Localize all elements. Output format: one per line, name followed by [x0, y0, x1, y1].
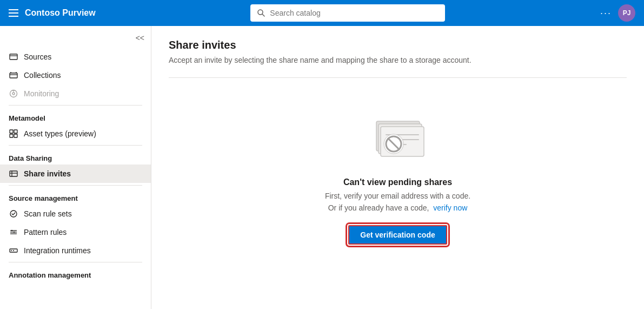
app-body: << Sources Collections Monitoring Metamo… [0, 26, 644, 309]
sidebar-item-scan-rule-sets[interactable]: Scan rule sets [0, 205, 151, 223]
main-content: Share invites Accept an invite by select… [151, 26, 644, 309]
sidebar-label-share-invites: Share invites [24, 169, 71, 178]
svg-point-18 [10, 211, 17, 217]
sidebar-label-collections: Collections [24, 71, 61, 80]
empty-link-text: Or if you already have a code, [328, 203, 429, 212]
sidebar-label-integration-runtimes: Integration runtimes [24, 246, 91, 255]
sidebar-item-collections[interactable]: Collections [0, 66, 151, 84]
more-options[interactable]: ··· [600, 8, 612, 19]
asset-types-icon [9, 129, 18, 139]
svg-rect-15 [10, 171, 17, 176]
sidebar-label-asset-types: Asset types (preview) [24, 129, 96, 138]
scan-rule-sets-icon [9, 209, 18, 219]
section-header-data-sharing: Data Sharing [0, 148, 151, 165]
pattern-rules-icon [9, 227, 18, 237]
svg-rect-14 [14, 134, 17, 137]
app-title: Contoso Purview [25, 8, 96, 18]
sidebar-item-sources[interactable]: Sources [0, 48, 151, 66]
collections-icon [9, 70, 18, 80]
sidebar-divider-2 [9, 145, 142, 146]
svg-rect-13 [10, 134, 13, 137]
search-bar[interactable] [250, 4, 445, 22]
sidebar-label-monitoring: Monitoring [24, 89, 59, 98]
sources-icon [9, 52, 18, 62]
sidebar-item-integration-runtimes[interactable]: Integration runtimes [0, 241, 151, 260]
verify-now-link[interactable]: verify now [433, 203, 467, 212]
svg-rect-2 [10, 54, 17, 60]
sidebar-collapse-section: << [0, 30, 151, 48]
section-header-annotation-management: Annotation management [0, 265, 151, 281]
empty-illustration [366, 110, 430, 165]
sidebar: << Sources Collections Monitoring Metamo… [0, 26, 151, 309]
sidebar-item-share-invites[interactable]: Share invites [0, 165, 151, 183]
svg-point-23 [14, 232, 15, 233]
sidebar-item-monitoring[interactable]: Monitoring [0, 84, 151, 103]
svg-rect-11 [10, 130, 13, 133]
empty-title: Can't view pending shares [343, 177, 452, 187]
empty-state: Can't view pending shares First, verify … [169, 78, 627, 255]
monitoring-icon [9, 89, 18, 98]
collapse-button[interactable]: << [134, 32, 147, 43]
svg-line-1 [262, 14, 264, 16]
search-icon [257, 9, 265, 17]
section-header-source-management: Source management [0, 188, 151, 205]
svg-point-25 [11, 250, 12, 251]
svg-point-26 [13, 250, 14, 251]
search-input[interactable] [270, 9, 439, 17]
share-invites-icon [9, 169, 18, 179]
sidebar-item-pattern-rules[interactable]: Pattern rules [0, 223, 151, 241]
integration-runtimes-icon [9, 246, 18, 255]
svg-rect-4 [10, 73, 17, 78]
sidebar-divider-1 [9, 105, 142, 106]
get-verification-code-button[interactable]: Get verification code [348, 225, 447, 245]
svg-point-9 [12, 93, 15, 95]
empty-link-line: Or if you already have a code, verify no… [328, 203, 468, 212]
sidebar-label-scan-rule-sets: Scan rule sets [24, 209, 72, 218]
empty-desc: First, verify your email address with a … [325, 192, 470, 200]
page-title: Share invites [169, 39, 627, 51]
svg-point-22 [11, 230, 12, 231]
sidebar-divider-3 [9, 185, 142, 186]
hamburger-menu[interactable] [9, 9, 18, 17]
sidebar-label-sources: Sources [24, 52, 51, 61]
avatar[interactable]: PJ [618, 4, 635, 22]
sidebar-item-asset-types[interactable]: Asset types (preview) [0, 124, 151, 143]
section-header-metamodel: Metamodel [0, 108, 151, 124]
sidebar-label-pattern-rules: Pattern rules [24, 228, 67, 236]
svg-rect-12 [14, 130, 17, 133]
page-subtitle: Accept an invite by selecting the share … [169, 56, 627, 64]
sidebar-divider-4 [9, 262, 142, 262]
header: Contoso Purview ··· PJ [0, 0, 644, 26]
